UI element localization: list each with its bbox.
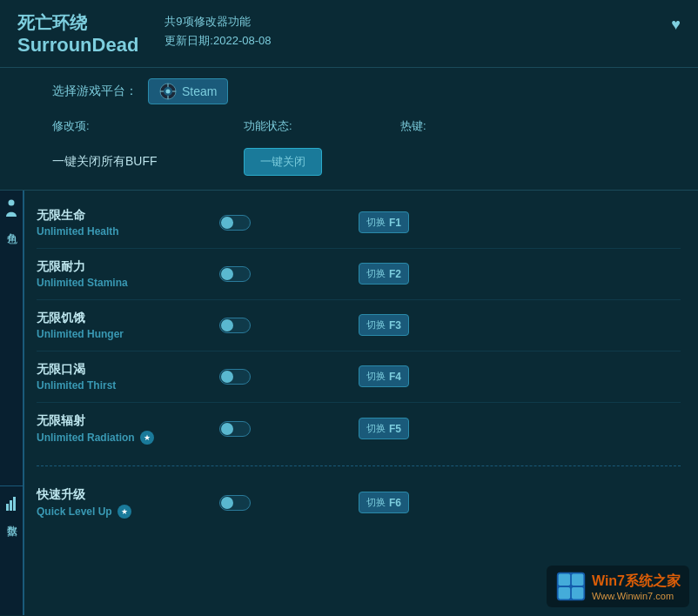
- mod-name-unlimited-radiation: 无限辐射 Unlimited Radiation ★: [37, 413, 219, 445]
- mod-name-quick-level-up: 快速升级 Quick Level Up ★: [37, 487, 219, 519]
- toggle-switch[interactable]: [219, 421, 251, 437]
- character-section: 无限生命 Unlimited Health 切换 F1: [37, 191, 681, 462]
- star-badge-radiation: ★: [140, 431, 154, 445]
- modifiers-container: 无限生命 Unlimited Health 切换 F1: [24, 191, 698, 615]
- watermark-inner: Win7系统之家 Www.Winwin7.com: [547, 566, 689, 607]
- hotkey-unlimited-thirst: 切换 F4: [359, 365, 463, 387]
- table-row: 无限饥饿 Unlimited Hunger 切换 F3: [37, 300, 681, 352]
- toggle-knob: [221, 497, 233, 509]
- toggle-knob: [221, 371, 233, 383]
- toggle-switch[interactable]: [219, 495, 251, 511]
- svg-rect-12: [559, 574, 571, 586]
- header-date: 更新日期:2022-08-08: [164, 33, 271, 49]
- col-mod-header: 修改项:: [52, 118, 244, 134]
- mod-name-unlimited-stamina: 无限耐力 Unlimited Stamina: [37, 259, 219, 289]
- star-badge-levelup: ★: [117, 505, 131, 519]
- hotkey-button-f4[interactable]: 切换 F4: [359, 365, 409, 387]
- hotkey-unlimited-hunger: 切换 F3: [359, 314, 463, 336]
- toggle-unlimited-health[interactable]: [219, 215, 359, 231]
- sidebar-data-label: 数据: [4, 517, 19, 519]
- hotkey-button-f5[interactable]: 切换 F5: [359, 418, 409, 439]
- mod-name-unlimited-hunger: 无限饥饿 Unlimited Hunger: [37, 311, 219, 340]
- mod-name-unlimited-thirst: 无限口渴 Unlimited Thirst: [37, 362, 219, 392]
- svg-rect-13: [572, 574, 584, 586]
- onekey-btn-area: 一键关闭: [244, 148, 400, 176]
- steam-logo-icon: [159, 83, 177, 100]
- heart-icon[interactable]: ♥: [671, 16, 681, 34]
- table-row: 快速升级 Quick Level Up ★ 切换: [37, 477, 681, 529]
- hotkey-button-f1[interactable]: 切换 F1: [359, 211, 409, 233]
- watermark: Win7系统之家 Www.Winwin7.com: [547, 566, 689, 607]
- toggle-unlimited-stamina[interactable]: [219, 266, 359, 282]
- table-row: 无限生命 Unlimited Health 切换 F1: [37, 198, 681, 249]
- col-status-header: 功能状态:: [244, 118, 400, 134]
- hotkey-unlimited-health: 切换 F1: [359, 211, 463, 233]
- character-icon: [5, 199, 17, 219]
- table-row: 无限耐力 Unlimited Stamina 切换 F2: [37, 249, 681, 300]
- toggle-knob: [221, 319, 233, 331]
- toggle-switch[interactable]: [219, 318, 251, 333]
- sidebar-data-section: 数据: [0, 486, 23, 615]
- svg-rect-15: [572, 587, 584, 599]
- steam-label: Steam: [182, 84, 217, 98]
- onekey-label: 一键关闭所有BUFF: [52, 154, 244, 170]
- hotkey-unlimited-radiation: 切换 F5: [359, 418, 463, 439]
- svg-rect-14: [559, 587, 571, 599]
- toggle-switch[interactable]: [219, 215, 251, 231]
- game-title-en: SurrounDead: [17, 33, 138, 58]
- svg-point-2: [166, 89, 171, 93]
- main-container: 死亡环绕 SurrounDead 共9项修改器功能 更新日期:2022-08-0…: [0, 0, 698, 616]
- svg-rect-9: [10, 500, 12, 511]
- toggle-knob: [221, 217, 233, 229]
- table-row: 无限辐射 Unlimited Radiation ★ 切换: [37, 403, 681, 455]
- section-divider: [37, 465, 681, 466]
- steam-button[interactable]: Steam: [148, 78, 228, 104]
- sidebar-character-label: 角色: [4, 224, 19, 226]
- svg-point-7: [9, 199, 15, 205]
- watermark-text: Win7系统之家 Www.Winwin7.com: [592, 572, 681, 601]
- data-icon: [6, 495, 17, 513]
- watermark-line2: Www.Winwin7.com: [592, 591, 681, 601]
- onekey-row: 一键关闭所有BUFF 一键关闭: [0, 141, 698, 191]
- toggle-knob: [221, 423, 233, 435]
- toggle-switch[interactable]: [219, 369, 251, 385]
- col-hotkey-header: 热键:: [400, 118, 531, 134]
- windows-logo-icon: [555, 571, 587, 602]
- svg-rect-10: [13, 497, 16, 511]
- game-title-cn: 死亡环绕: [17, 12, 138, 33]
- mod-name-unlimited-health: 无限生命 Unlimited Health: [37, 208, 219, 238]
- hotkey-unlimited-stamina: 切换 F2: [359, 263, 463, 285]
- hotkey-button-f6[interactable]: 切换 F6: [359, 492, 409, 513]
- header-count: 共9项修改器功能: [164, 14, 271, 30]
- toggle-unlimited-hunger[interactable]: [219, 318, 359, 333]
- watermark-line1: Win7系统之家: [592, 572, 681, 591]
- content-body: 角色 数据 无限生命: [0, 191, 698, 615]
- toggle-knob: [221, 268, 233, 280]
- header-meta: 共9项修改器功能 更新日期:2022-08-08: [164, 14, 271, 49]
- column-headers: 修改项: 功能状态: 热键:: [0, 113, 698, 139]
- hotkey-button-f2[interactable]: 切换 F2: [359, 263, 409, 285]
- title-block: 死亡环绕 SurrounDead: [17, 12, 138, 58]
- left-sidebar: 角色 数据: [0, 191, 24, 615]
- header: 死亡环绕 SurrounDead 共9项修改器功能 更新日期:2022-08-0…: [0, 0, 698, 68]
- svg-rect-8: [6, 504, 9, 511]
- data-section: 快速升级 Quick Level Up ★ 切换: [37, 470, 681, 536]
- hotkey-button-f3[interactable]: 切换 F3: [359, 314, 409, 336]
- toggle-unlimited-radiation[interactable]: [219, 421, 359, 437]
- table-row: 无限口渴 Unlimited Thirst 切换 F4: [37, 352, 681, 403]
- toggle-switch[interactable]: [219, 266, 251, 282]
- platform-label: 选择游戏平台：: [52, 84, 138, 99]
- onekey-button[interactable]: 一键关闭: [244, 148, 322, 176]
- toggle-unlimited-thirst[interactable]: [219, 369, 359, 385]
- platform-section: 选择游戏平台： Steam: [0, 68, 698, 113]
- hotkey-quick-level-up: 切换 F6: [359, 492, 463, 513]
- sidebar-character-section: 角色: [0, 191, 23, 486]
- toggle-quick-level-up[interactable]: [219, 495, 359, 511]
